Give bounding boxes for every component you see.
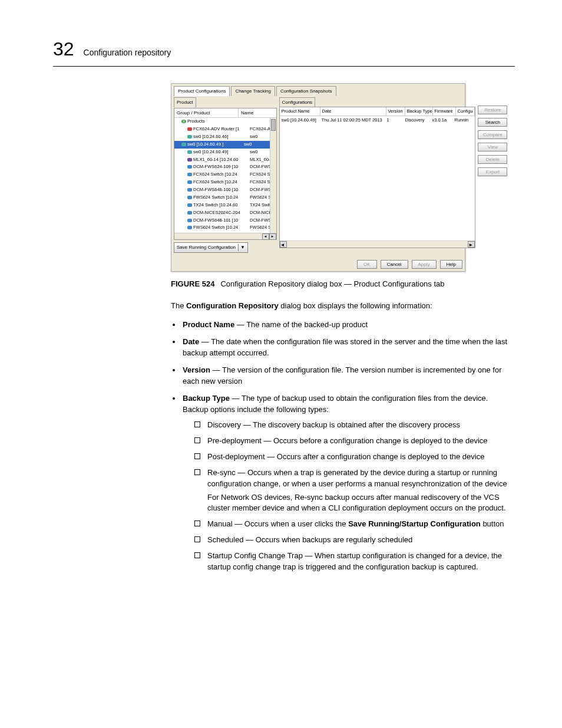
tree-row[interactable]: FCX624 Switch [10.24FCX624 Sw — [174, 179, 276, 186]
tree-row[interactable]: FWS624 Switch [10.24FWS624 S — [174, 194, 276, 202]
dialog-window: Product Configurations Change Tracking C… — [171, 83, 465, 271]
compare-button[interactable]: Compare — [478, 130, 507, 139]
list-item: Scheduled — Occurs when backups are regu… — [194, 535, 515, 546]
tree-row[interactable]: Products — [174, 118, 276, 126]
side-buttons: Restore Search Compare View Delete Expor… — [478, 97, 507, 253]
tree-row[interactable]: DCM-FWS648-101 [10DCM-FWS6 — [174, 217, 276, 225]
figure-image: Product Configurations Change Tracking C… — [171, 83, 465, 271]
tree-row[interactable]: TX24 Switch [10.24.60TX24 Swit — [174, 202, 276, 209]
product-panel: Product Group / Product Name ProductsFCX… — [174, 97, 277, 253]
tree-row[interactable]: FCX624 Switch [10.24FCX624 Sw — [174, 171, 276, 179]
restore-button[interactable]: Restore — [478, 106, 507, 114]
device-icon — [187, 203, 192, 207]
tree-row[interactable]: DCM-NICES2024C-204DCM-NICES — [174, 209, 276, 217]
device-icon — [187, 150, 192, 154]
page-header: 32 Configuration repository — [53, 35, 515, 67]
list-item: Re-sync — Occurs when a trap is generate… — [194, 467, 515, 514]
help-button[interactable]: Help — [440, 260, 462, 269]
list-item: Manual — Occurs when a user clicks the S… — [194, 519, 515, 530]
tree-row[interactable]: sw0 [10.24.60.49 ]sw0 — [174, 141, 276, 149]
tab-configuration-snapshots[interactable]: Configuration Snapshots — [276, 86, 336, 96]
device-icon — [187, 180, 192, 184]
list-item: Product Name — The name of the backed-up… — [181, 319, 515, 331]
device-icon — [187, 165, 192, 169]
config-horizontal-scrollbar[interactable]: ◄ ► — [280, 241, 475, 248]
cancel-button[interactable]: Cancel — [381, 260, 408, 269]
list-item: Pre-deployment — Occurs before a configu… — [194, 436, 515, 447]
apply-button[interactable]: Apply — [412, 260, 437, 269]
intro-paragraph: The Configuration Repository dialog box … — [171, 301, 515, 312]
tree-row[interactable]: DCM-FWS648-100 [10DCM-FWS6 — [174, 186, 276, 194]
device-icon — [187, 196, 192, 199]
search-button[interactable]: Search — [478, 118, 507, 127]
section-title: Configuration repository — [84, 47, 171, 58]
tree-header-group: Group / Product — [174, 108, 239, 118]
device-icon — [187, 219, 192, 222]
tree-row[interactable]: FWS624 Switch [10.24FWS624 S — [174, 224, 276, 232]
table-row[interactable]: sw0 [10.24.60.49] Thu Jul 11 02:00:25 MD… — [280, 116, 475, 125]
device-icon — [181, 143, 186, 146]
list-item: Startup Config Change Trap — When startu… — [194, 551, 515, 573]
list-item: Discovery — The discovery backup is obta… — [194, 420, 515, 431]
field-list: Product Name — The name of the backed-up… — [181, 319, 515, 572]
tree-header-name: Name — [239, 108, 276, 118]
vertical-scrollbar[interactable] — [270, 118, 276, 233]
list-item: Backup Type — The type of backup used to… — [181, 393, 515, 573]
list-item: Date — The date when the configuration f… — [181, 337, 515, 359]
product-panel-title: Product — [174, 97, 196, 107]
ok-button[interactable]: OK — [357, 260, 377, 269]
device-icon — [181, 120, 186, 123]
configurations-panel: Configurations Product Name Date Version… — [279, 97, 476, 253]
tabs-row: Product Configurations Change Tracking C… — [174, 86, 462, 96]
tree-row[interactable]: FCX624-ADV Router [1FCX624-AD — [174, 126, 276, 133]
backup-type-list: Discovery — The discovery backup is obta… — [194, 420, 515, 572]
device-icon — [187, 211, 192, 215]
tree-row[interactable]: CER60-1 [10.24.60.60]CER60-1 — [174, 232, 276, 233]
tree-row[interactable]: MLX1_60-14 [10.24.60MLX1_60-1 — [174, 156, 276, 164]
chapter-number: 32 — [53, 35, 74, 62]
device-icon — [187, 188, 192, 192]
device-icon — [187, 173, 192, 176]
view-button[interactable]: View — [478, 143, 507, 151]
list-item: Post-deployment — Occurs after a configu… — [194, 452, 515, 463]
figure-caption: FIGURE 524Configuration Repository dialo… — [171, 279, 515, 290]
device-icon — [187, 135, 192, 139]
device-icon — [187, 127, 192, 131]
tab-product-configurations[interactable]: Product Configurations — [174, 86, 230, 96]
product-tree[interactable]: ProductsFCX624-ADV Router [1FCX624-ADsw0… — [174, 118, 276, 233]
device-icon — [187, 158, 192, 162]
list-item: Version — The version of the configurati… — [181, 365, 515, 387]
save-running-config-button[interactable]: Save Running Configuration ▼ — [174, 242, 248, 253]
dialog-bottom-buttons: OK Cancel Apply Help — [174, 253, 462, 269]
tree-row[interactable]: sw0 [10.24.60.49]sw0 — [174, 149, 276, 156]
tab-change-tracking[interactable]: Change Tracking — [231, 86, 275, 96]
tree-row[interactable]: sw0 [10.24.60.46]sw0 — [174, 133, 276, 141]
horizontal-scrollbar[interactable]: ◄► — [174, 233, 276, 239]
configurations-panel-title: Configurations — [279, 97, 316, 107]
chevron-down-icon[interactable]: ▼ — [238, 244, 245, 251]
tree-row[interactable]: DCM-FWS624-109 [10DCM-FWS6 — [174, 163, 276, 171]
config-table-header: Product Name Date Version Backup Type Fi… — [280, 107, 475, 117]
delete-button[interactable]: Delete — [478, 155, 507, 164]
device-icon — [187, 226, 192, 229]
export-button[interactable]: Export — [478, 167, 507, 176]
